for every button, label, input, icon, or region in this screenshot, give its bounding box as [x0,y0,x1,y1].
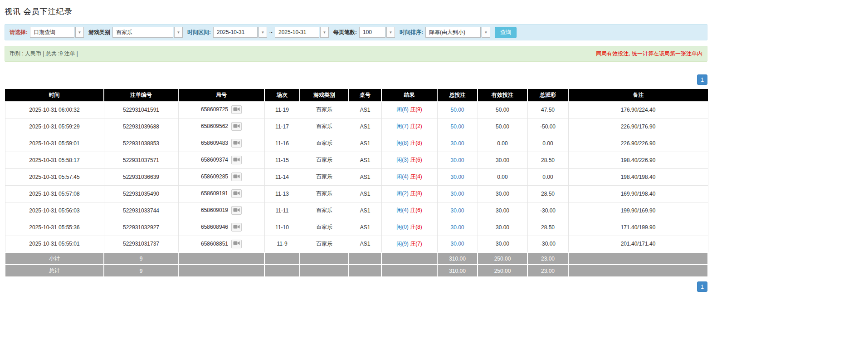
video-replay-button[interactable] [231,105,242,114]
cell-game-type: 百家乐 [300,185,349,202]
cell-table-no: AS1 [349,185,381,202]
subtotal-row-cell: 小计 [5,252,104,265]
cell-session: 11-17 [264,118,300,135]
total-bet-link[interactable]: 50.00 [450,123,464,130]
total-row-cell: 9 [104,265,178,277]
total-row-cell [178,265,264,277]
chevron-down-icon[interactable]: ▼ [258,27,267,38]
sort-order-value[interactable]: 降幂(由大到小) [425,27,481,38]
cell-time: 2025-10-31 05:55:01 [5,236,104,252]
cell-remark: 171.40/199.90 [568,219,708,236]
page-1-button[interactable]: 1 [697,74,707,85]
cell-bet-id: 522931036639 [104,168,178,185]
cell-time: 2025-10-31 05:55:36 [5,219,104,236]
cell-bet-id: 522931038853 [104,135,178,152]
result-player: 闲(8) [396,140,409,146]
total-row: 总计9310.00250.0023.00 [5,265,708,277]
video-camera-icon [233,157,240,163]
result-player: 闲(0) [396,224,409,230]
total-row-cell [568,265,708,277]
table-row: 2025-10-31 05:56:03522931033744658609019… [5,202,708,219]
cell-round-id: 658609285 [178,168,264,185]
game-type-select[interactable]: 百家乐 ▼ [112,27,183,38]
chevron-down-icon[interactable]: ▼ [386,27,395,38]
result-banker: 庄(8) [410,190,422,197]
cell-total-bet: 30.00 [437,135,478,152]
cell-valid-bet: 0.00 [478,135,527,152]
column-header: 总投注 [437,89,478,101]
cell-session: 11-10 [264,219,300,236]
page-1-button[interactable]: 1 [697,281,707,292]
date-from-value[interactable]: 2025-10-31 [213,27,258,38]
date-to-value[interactable]: 2025-10-31 [275,27,319,38]
cell-valid-bet: 30.00 [478,185,527,202]
cell-result: 闲(7) 庄(2) [381,118,437,135]
sort-order-select[interactable]: 降幂(由大到小) ▼ [425,27,490,38]
cell-valid-bet: 30.00 [478,152,527,168]
video-replay-button[interactable] [231,156,242,164]
total-bet-link[interactable]: 30.00 [450,140,464,147]
result-banker: 庄(2) [410,123,422,129]
video-replay-button[interactable] [231,189,242,198]
total-bet-link[interactable]: 30.00 [450,157,464,163]
cell-time: 2025-10-31 05:56:03 [5,202,104,219]
date-range-label: 时间区间: [187,29,211,36]
cell-total-bet: 30.00 [437,168,478,185]
result-player: 闲(7) [396,123,409,129]
page-size-value[interactable]: 100 [359,27,385,38]
cell-table-no: AS1 [349,168,381,185]
subtotal-row-cell [300,252,349,265]
cell-table-no: AS1 [349,152,381,168]
column-header: 场次 [264,89,300,101]
video-camera-icon [233,241,240,247]
cell-bet-id: 522931033744 [104,202,178,219]
result-banker: 庄(8) [410,224,422,230]
currency-summary-text: 币别 : 人民币 | 总共 :9 注单 | [10,50,78,58]
cell-game-type: 百家乐 [300,202,349,219]
total-bet-link[interactable]: 30.00 [450,174,464,180]
column-header: 桌号 [349,89,381,101]
column-header: 游戏类别 [300,89,349,101]
cell-total-bet: 50.00 [437,101,478,118]
total-bet-link[interactable]: 30.00 [450,241,464,247]
total-bet-link[interactable]: 50.00 [450,107,464,113]
table-row: 2025-10-31 05:55:01522931031737658608851… [5,236,708,252]
page-size-select[interactable]: 100 ▼ [359,27,395,38]
subtotal-row-cell: 23.00 [527,252,568,265]
total-row-cell [264,265,300,277]
video-replay-button[interactable] [231,223,242,232]
result-banker: 庄(4) [410,173,422,180]
subtotal-row-cell: 250.00 [478,252,527,265]
chevron-down-icon[interactable]: ▼ [320,27,329,38]
date-to-picker[interactable]: 2025-10-31 ▼ [275,27,329,38]
search-button[interactable]: 查询 [495,27,517,38]
query-type-value[interactable]: 日期查询 [30,27,74,38]
result-player: 闲(4) [396,207,409,213]
chevron-down-icon[interactable]: ▼ [174,27,183,38]
cell-round-id: 658609483 [178,135,264,152]
chevron-down-icon[interactable]: ▼ [482,27,490,38]
cell-payout: 28.50 [527,219,568,236]
video-replay-button[interactable] [231,122,242,131]
total-bet-link[interactable]: 30.00 [450,207,464,214]
total-bet-link[interactable]: 30.00 [450,224,464,231]
cell-time: 2025-10-31 06:00:32 [5,101,104,118]
video-replay-button[interactable] [231,173,242,181]
video-replay-button[interactable] [231,139,242,148]
date-from-picker[interactable]: 2025-10-31 ▼ [213,27,267,38]
total-bet-link[interactable]: 30.00 [450,191,464,197]
game-type-value[interactable]: 百家乐 [112,27,173,38]
result-banker: 庄(6) [410,207,422,213]
cell-payout: -30.00 [527,236,568,252]
chevron-down-icon[interactable]: ▼ [75,27,84,38]
cell-time: 2025-10-31 05:57:08 [5,185,104,202]
result-player: 闲(6) [396,106,409,113]
cell-round-id: 658608851 [178,236,264,252]
video-replay-button[interactable] [231,240,242,248]
sort-order-label: 时间排序: [400,29,423,36]
table-header-row: 时间注单编号局号场次游戏类别桌号结果总投注有效投注总派彩备注 [5,89,708,101]
video-replay-button[interactable] [231,206,242,215]
cell-valid-bet: 30.00 [478,219,527,236]
query-type-select[interactable]: 日期查询 ▼ [30,27,84,38]
cell-remark: 226.90/226.90 [568,135,708,152]
